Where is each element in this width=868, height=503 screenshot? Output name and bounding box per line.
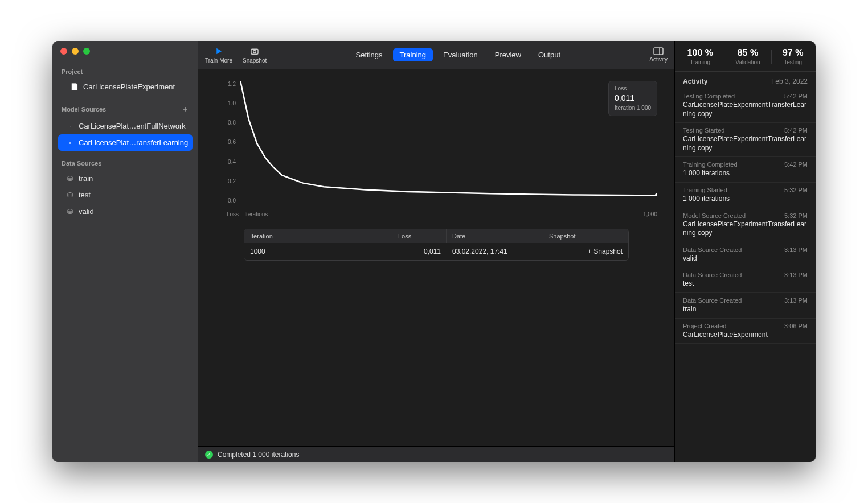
- project-item[interactable]: CarLicensePlateExperiment: [58, 79, 193, 95]
- panel-icon: [653, 47, 664, 55]
- add-model-source-button[interactable]: ＋: [181, 104, 189, 114]
- table-row[interactable]: 1000 0,011 03.02.2022, 17:41 + Snapshot: [244, 243, 628, 260]
- x-axis: Loss Iterations 1,000: [227, 211, 657, 217]
- window-controls: [58, 48, 193, 65]
- toolbar: Train More Snapshot Settings Training Ev…: [198, 41, 674, 69]
- tab-settings[interactable]: Settings: [349, 48, 390, 61]
- svg-point-5: [655, 193, 657, 196]
- iterations-table: Iteration Loss Date Snapshot 1000 0,011 …: [244, 229, 629, 261]
- metric-validation: 85 % Validation: [735, 48, 760, 65]
- activity-header: Activity Feb 3, 2022: [675, 72, 816, 89]
- activity-toggle-button[interactable]: Activity: [649, 47, 668, 63]
- app-window: Project CarLicensePlateExperiment Model …: [52, 41, 816, 462]
- training-content: Loss 0,011 Iteration 1 000 1.21.00.80.60…: [198, 69, 674, 446]
- model-sources-label: Model Sources ＋: [58, 101, 193, 118]
- svg-point-1: [253, 51, 256, 53]
- model-source-item-selected[interactable]: CarLicensePlat…ransferLearning: [58, 134, 193, 151]
- main-panel: Train More Snapshot Settings Training Ev…: [198, 41, 674, 462]
- snapshot-button[interactable]: Snapshot: [243, 46, 267, 64]
- activity-item[interactable]: Project Created3:06 PMCarLicensePlateExp…: [675, 319, 816, 344]
- activity-item[interactable]: Data Source Created3:13 PMtrain: [675, 293, 816, 319]
- activity-item[interactable]: Data Source Created3:13 PMtest: [675, 267, 816, 293]
- sidebar: Project CarLicensePlateExperiment Model …: [52, 41, 198, 462]
- model-icon: [66, 122, 74, 130]
- play-icon: [214, 46, 224, 56]
- svg-rect-0: [251, 49, 258, 54]
- activity-item[interactable]: Training Started5:32 PM1 000 iterations: [675, 183, 816, 208]
- metrics-row: 100 % Training 85 % Validation 97 % Test…: [675, 41, 816, 72]
- y-axis-ticks: 1.21.00.80.60.40.20.0: [227, 81, 238, 204]
- database-icon: [66, 208, 74, 216]
- data-sources-label: Data Sources: [58, 156, 193, 170]
- table-header: Iteration Loss Date Snapshot: [244, 229, 628, 243]
- tab-output[interactable]: Output: [531, 48, 567, 61]
- database-icon: [66, 175, 74, 183]
- train-more-button[interactable]: Train More: [205, 46, 232, 64]
- status-text: Completed 1 000 iterations: [218, 451, 299, 459]
- project-name: CarLicensePlateExperiment: [83, 83, 175, 91]
- right-panel: 100 % Training 85 % Validation 97 % Test…: [674, 41, 816, 462]
- minimize-button[interactable]: [72, 48, 79, 55]
- database-icon: [66, 191, 74, 199]
- document-icon: [71, 83, 79, 91]
- model-source-item[interactable]: CarLicensePlat…entFullNetwork: [58, 118, 193, 134]
- activity-item[interactable]: Data Source Created3:13 PMvalid: [675, 242, 816, 268]
- add-snapshot-link[interactable]: + Snapshot: [543, 243, 628, 260]
- metric-training: 100 % Training: [687, 48, 713, 65]
- tab-evaluation[interactable]: Evaluation: [436, 48, 485, 61]
- maximize-button[interactable]: [83, 48, 90, 55]
- tab-training[interactable]: Training: [393, 48, 433, 61]
- tabs: Settings Training Evaluation Preview Out…: [349, 48, 567, 61]
- activity-item[interactable]: Training Completed5:42 PM1 000 iteration…: [675, 157, 816, 183]
- activity-item[interactable]: Model Source Created5:32 PMCarLicensePla…: [675, 208, 816, 242]
- model-icon: [66, 139, 74, 147]
- data-source-item[interactable]: train: [58, 170, 193, 187]
- chart-svg: [240, 81, 657, 196]
- activity-item[interactable]: Testing Completed5:42 PMCarLicensePlateE…: [675, 89, 816, 123]
- success-icon: ✓: [205, 451, 213, 459]
- svg-rect-2: [654, 48, 663, 55]
- status-bar: ✓ Completed 1 000 iterations: [198, 446, 674, 462]
- activity-item[interactable]: Testing Started5:42 PMCarLicensePlateExp…: [675, 123, 816, 157]
- close-button[interactable]: [60, 48, 67, 55]
- loss-chart: Loss 0,011 Iteration 1 000 1.21.00.80.60…: [227, 81, 657, 217]
- tab-preview[interactable]: Preview: [488, 48, 528, 61]
- project-section-label: Project: [58, 65, 193, 79]
- camera-icon: [249, 46, 260, 56]
- data-source-item[interactable]: valid: [58, 203, 193, 220]
- metric-testing: 97 % Testing: [783, 48, 803, 65]
- data-source-item[interactable]: test: [58, 187, 193, 203]
- activity-list: Testing Completed5:42 PMCarLicensePlateE…: [675, 89, 816, 462]
